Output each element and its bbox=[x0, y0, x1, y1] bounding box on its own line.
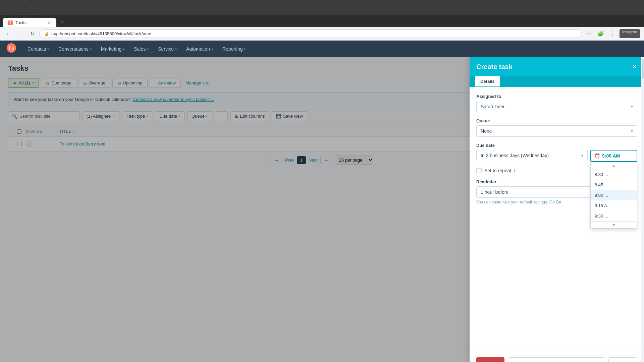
browser-actions: ☆ 🧩 ⋮ Incognito bbox=[585, 29, 640, 38]
toolbar-back-button[interactable]: ← bbox=[4, 29, 13, 38]
browser-chrome: ← → ↻ bbox=[0, 0, 644, 15]
due-date-select[interactable]: In 3 business days (Wednesday) ▾ bbox=[476, 150, 588, 161]
time-field: ⏰ 9:00 AM ▲ 8:30 ... bbox=[590, 150, 637, 162]
time-input[interactable]: ⏰ 9:00 AM bbox=[590, 150, 637, 162]
hubspot-app: hs Contacts ▾ Conversations ▾ Marketing … bbox=[0, 41, 644, 362]
panel-body: Assigned to Sarah Tyler ▾ Queue None ▾ bbox=[470, 87, 644, 352]
nav-reporting[interactable]: Reporting ▾ bbox=[218, 41, 251, 57]
assigned-to-select[interactable]: Sarah Tyler ▾ bbox=[476, 101, 637, 112]
toolbar-forward-button[interactable]: → bbox=[16, 29, 25, 38]
address-text: app.hubspot.com/tasks/45105500/view/all/… bbox=[51, 31, 151, 36]
browser-tab[interactable]: T Tasks ✕ bbox=[3, 18, 56, 27]
chevron-down-icon: ▾ bbox=[581, 153, 583, 158]
assigned-to-label: Assigned to bbox=[476, 94, 637, 99]
clock-icon: ⏰ bbox=[594, 153, 600, 159]
chevron-down-icon: ▾ bbox=[90, 47, 92, 51]
panel-tab-active[interactable]: Details bbox=[475, 76, 500, 86]
info-icon[interactable]: ℹ bbox=[514, 168, 516, 173]
nav-automation[interactable]: Automation ▾ bbox=[181, 41, 218, 57]
assigned-to-group: Assigned to Sarah Tyler ▾ bbox=[476, 94, 637, 112]
repeat-label: Set to repeat bbox=[484, 168, 511, 173]
time-option-930[interactable]: 9:30 ... bbox=[591, 211, 637, 221]
browser-toolbar: ← → ↻ 🔒 app.hubspot.com/tasks/45105500/v… bbox=[0, 27, 644, 41]
panel-header: Create task ✕ bbox=[470, 57, 644, 76]
panel-scrollbar[interactable] bbox=[641, 57, 644, 362]
reminder-go-link[interactable]: Go bbox=[556, 200, 561, 204]
bookmark-button[interactable]: ☆ bbox=[585, 29, 593, 38]
main-content: Tasks ★ All (1) ▾ ◷ Due today ◷ Overdue … bbox=[0, 57, 644, 362]
chevron-down-icon: ▾ bbox=[175, 47, 177, 51]
create-task-panel: Create task ✕ Details Assigned to Sarah … bbox=[470, 57, 644, 362]
nav-contacts[interactable]: Contacts ▾ bbox=[23, 41, 54, 57]
reload-button[interactable]: ↻ bbox=[28, 3, 37, 12]
nav-conversations[interactable]: Conversations ▾ bbox=[54, 41, 96, 57]
toolbar-reload-button[interactable]: ↻ bbox=[28, 29, 37, 38]
time-option-915[interactable]: 9:15 A... bbox=[591, 200, 637, 211]
chevron-down-icon: ▾ bbox=[211, 47, 213, 51]
menu-button[interactable]: ⋮ bbox=[608, 29, 618, 38]
main-navbar: hs Contacts ▾ Conversations ▾ Marketing … bbox=[0, 41, 644, 57]
tab-favicon: T bbox=[8, 20, 13, 25]
new-tab-button[interactable]: + bbox=[58, 17, 67, 27]
tab-close-button[interactable]: ✕ bbox=[48, 20, 51, 25]
time-option-830[interactable]: 8:30 ... bbox=[591, 169, 637, 180]
nav-sales[interactable]: Sales ▾ bbox=[129, 41, 153, 57]
chevron-down-icon: ▾ bbox=[631, 104, 633, 109]
chevron-down-icon: ▾ bbox=[244, 47, 246, 51]
address-bar[interactable]: 🔒 app.hubspot.com/tasks/45105500/view/al… bbox=[39, 29, 582, 38]
chevron-down-icon: ▾ bbox=[47, 47, 49, 51]
nav-marketing[interactable]: Marketing ▾ bbox=[96, 41, 129, 57]
create-add-another-button[interactable]: Create and add anothe... bbox=[508, 357, 605, 362]
queue-select[interactable]: None ▾ bbox=[476, 125, 637, 137]
svg-text:hs: hs bbox=[9, 45, 14, 51]
forward-button[interactable]: → bbox=[16, 3, 25, 12]
tab-title: Tasks bbox=[15, 20, 26, 25]
repeat-checkbox[interactable] bbox=[476, 168, 482, 173]
nav-service[interactable]: Service ▾ bbox=[153, 41, 181, 57]
back-button[interactable]: ← bbox=[4, 3, 13, 12]
hubspot-logo[interactable]: hs bbox=[7, 43, 16, 55]
chevron-down-icon: ▾ bbox=[123, 47, 124, 51]
cancel-button[interactable]: Cancel bbox=[608, 357, 637, 362]
time-option-900[interactable]: 9:00 ... bbox=[591, 190, 637, 200]
time-dropdown: ▲ 8:30 ... 8:45 ... 9:00 ... bbox=[590, 162, 637, 229]
due-date-field: In 3 business days (Wednesday) ▾ bbox=[476, 150, 588, 161]
time-options-list: 8:30 ... 8:45 ... 9:00 ... bbox=[591, 169, 637, 221]
assigned-to-value: Sarah Tyler bbox=[481, 104, 504, 109]
panel-footer: Create Create and add anothe... Cancel bbox=[470, 352, 644, 362]
chevron-down-icon: ▾ bbox=[631, 129, 633, 133]
due-date-label: Due date bbox=[476, 143, 637, 148]
scrollbar-thumb[interactable] bbox=[642, 59, 644, 79]
due-date-row: In 3 business days (Wednesday) ▾ ⏰ 9:00 … bbox=[476, 150, 637, 162]
panel-tabs: Details bbox=[470, 76, 644, 87]
time-option-845[interactable]: 8:45 ... bbox=[591, 180, 637, 190]
extensions-button[interactable]: 🧩 bbox=[595, 29, 606, 38]
create-button[interactable]: Create bbox=[476, 357, 504, 362]
due-date-value: In 3 business days (Wednesday) bbox=[481, 153, 549, 158]
queue-group: Queue None ▾ bbox=[476, 118, 637, 137]
incognito-badge: Incognito bbox=[620, 29, 640, 38]
due-date-group: Due date In 3 business days (Wednesday) … bbox=[476, 143, 637, 162]
panel-title: Create task bbox=[476, 63, 513, 71]
browser-tabs: T Tasks ✕ + bbox=[0, 15, 644, 27]
chevron-down-icon: ▾ bbox=[147, 47, 149, 51]
time-value: 9:00 AM bbox=[602, 153, 620, 159]
panel-close-button[interactable]: ✕ bbox=[632, 63, 637, 71]
queue-label: Queue bbox=[476, 118, 637, 123]
scroll-down-area: ▼ bbox=[591, 221, 637, 228]
lock-icon: 🔒 bbox=[44, 32, 49, 36]
queue-value: None bbox=[481, 128, 492, 134]
scroll-up-area: ▲ bbox=[591, 162, 637, 169]
